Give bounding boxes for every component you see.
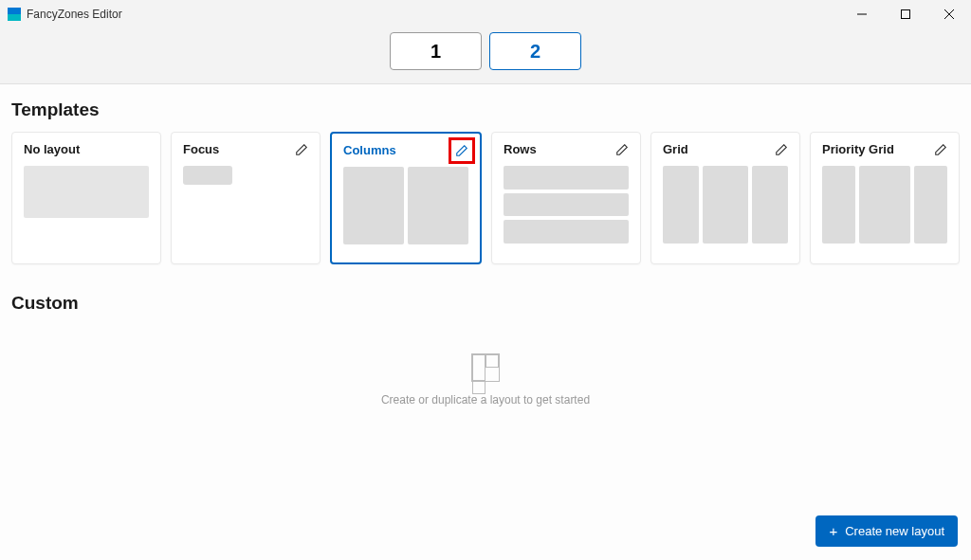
create-button-label: Create new layout [845, 524, 944, 538]
monitor-tab-2[interactable]: 2 [489, 32, 581, 70]
custom-empty-state: Create or duplicate a layout to get star… [11, 325, 960, 406]
plus-icon: + [829, 523, 837, 539]
template-no-layout[interactable]: No layout [11, 132, 161, 264]
custom-empty-text: Create or duplicate a layout to get star… [381, 393, 590, 406]
pencil-icon[interactable] [934, 143, 947, 156]
card-title: Columns [343, 143, 396, 157]
window-title: FancyZones Editor [27, 8, 122, 21]
pencil-icon[interactable] [775, 143, 788, 156]
template-columns[interactable]: Columns [330, 132, 482, 264]
template-rows[interactable]: Rows [491, 132, 641, 264]
titlebar-left: FancyZones Editor [0, 8, 122, 21]
templates-row: No layout Focus Columns Rows [11, 132, 960, 264]
card-title: Focus [183, 142, 219, 156]
preview-grid-icon [663, 166, 788, 244]
template-focus[interactable]: Focus [171, 132, 321, 264]
preview-focus-icon [183, 166, 232, 185]
create-new-layout-button[interactable]: + Create new layout [815, 515, 958, 547]
content-area: Templates No layout Focus Columns [0, 83, 971, 560]
template-priority-grid[interactable]: Priority Grid [810, 132, 960, 264]
template-grid[interactable]: Grid [650, 132, 800, 264]
pencil-icon[interactable] [615, 143, 629, 156]
layout-placeholder-icon [471, 353, 500, 382]
preview-priority-grid-icon [822, 166, 947, 244]
minimize-button[interactable] [840, 0, 884, 28]
preview-columns-icon [343, 167, 468, 244]
card-title: Grid [663, 142, 688, 156]
maximize-button[interactable] [884, 0, 927, 28]
preview-rows-icon [504, 166, 629, 244]
custom-heading: Custom [11, 293, 960, 314]
card-title: No layout [24, 142, 80, 156]
card-title: Rows [504, 142, 537, 156]
monitor-tabs: 1 2 [0, 28, 971, 83]
monitor-tab-1[interactable]: 1 [390, 32, 482, 70]
window-controls [840, 0, 971, 28]
pencil-icon[interactable] [455, 144, 468, 157]
app-icon [8, 8, 21, 21]
card-title: Priority Grid [822, 142, 894, 156]
pencil-icon[interactable] [295, 143, 308, 156]
titlebar: FancyZones Editor [0, 0, 971, 28]
preview-no-layout-icon [24, 166, 149, 218]
close-button[interactable] [927, 0, 971, 28]
templates-heading: Templates [11, 99, 960, 120]
svg-rect-1 [902, 10, 910, 19]
